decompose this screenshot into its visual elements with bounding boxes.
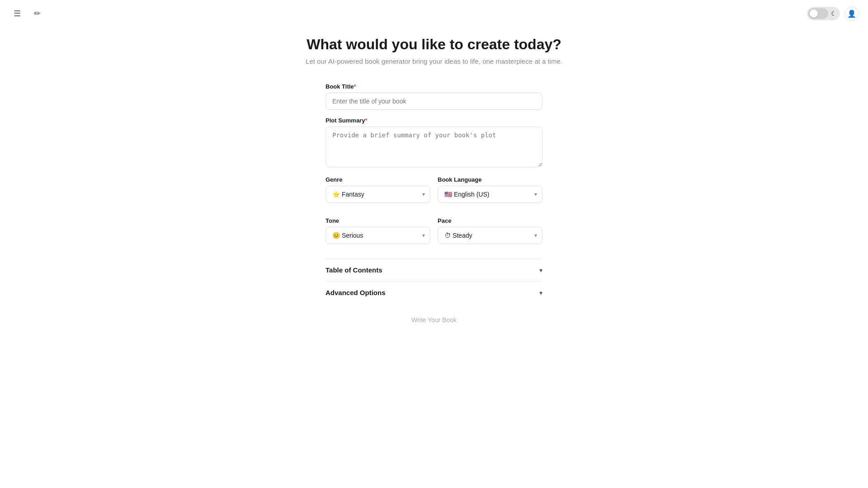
theme-toggle-container: ☾ bbox=[807, 7, 840, 20]
menu-icon: ☰ bbox=[14, 9, 21, 19]
required-marker-plot: * bbox=[365, 117, 367, 124]
advanced-options-section: Advanced Options ▾ bbox=[326, 281, 542, 304]
topbar: ☰ ✏ ☾ 👤 bbox=[0, 0, 868, 27]
advanced-options-chevron-icon: ▾ bbox=[539, 289, 542, 296]
book-language-label: Book Language bbox=[438, 176, 542, 183]
user-icon: 👤 bbox=[847, 9, 856, 18]
moon-icon[interactable]: ☾ bbox=[829, 9, 839, 18]
menu-button[interactable]: ☰ bbox=[9, 5, 25, 22]
topbar-right: ☾ 👤 bbox=[807, 6, 859, 21]
page-title: What would you like to create today? bbox=[306, 36, 562, 53]
form-container: Book Title* Plot Summary* Genre ⭐ Fantas… bbox=[326, 83, 542, 345]
book-title-label: Book Title* bbox=[326, 83, 542, 90]
table-of-contents-chevron-icon: ▾ bbox=[539, 267, 542, 274]
advanced-options-title: Advanced Options bbox=[326, 289, 386, 296]
pace-select-wrapper: ⏱ Steady ⚡ Fast 🐢 Slow bbox=[438, 227, 542, 244]
write-book-button[interactable]: Write Your Book bbox=[404, 313, 464, 327]
book-language-field: Book Language 🇺🇸 English (US) 🇬🇧 English… bbox=[438, 176, 542, 203]
plot-summary-label: Plot Summary* bbox=[326, 117, 542, 124]
genre-label: Genre bbox=[326, 176, 430, 183]
genre-select-wrapper: ⭐ Fantasy 🔮 Sci-Fi 🗡 Adventure 💕 Romance… bbox=[326, 186, 430, 203]
book-language-select-wrapper: 🇺🇸 English (US) 🇬🇧 English (UK) 🇪🇸 Spani… bbox=[438, 186, 542, 203]
book-title-field: Book Title* bbox=[326, 83, 542, 110]
write-btn-container: Write Your Book bbox=[326, 313, 542, 345]
required-marker: * bbox=[354, 83, 356, 90]
tone-field: Tone 😐 Serious 😊 Light-hearted 😄 Humorou… bbox=[326, 217, 430, 244]
book-language-select[interactable]: 🇺🇸 English (US) 🇬🇧 English (UK) 🇪🇸 Spani… bbox=[438, 186, 542, 203]
genre-language-row: Genre ⭐ Fantasy 🔮 Sci-Fi 🗡 Adventure 💕 R… bbox=[326, 176, 542, 210]
table-of-contents-header[interactable]: Table of Contents ▾ bbox=[326, 266, 542, 274]
tone-pace-row: Tone 😐 Serious 😊 Light-hearted 😄 Humorou… bbox=[326, 217, 542, 251]
plot-summary-field: Plot Summary* bbox=[326, 117, 542, 169]
user-menu-button[interactable]: 👤 bbox=[844, 6, 859, 21]
topbar-left: ☰ ✏ bbox=[9, 5, 45, 22]
book-title-input[interactable] bbox=[326, 93, 542, 110]
edit-icon: ✏ bbox=[34, 9, 41, 19]
theme-toggle-switch[interactable] bbox=[808, 8, 828, 19]
genre-field: Genre ⭐ Fantasy 🔮 Sci-Fi 🗡 Adventure 💕 R… bbox=[326, 176, 430, 203]
pace-select[interactable]: ⏱ Steady ⚡ Fast 🐢 Slow bbox=[438, 227, 542, 244]
advanced-options-header[interactable]: Advanced Options ▾ bbox=[326, 289, 542, 296]
genre-select[interactable]: ⭐ Fantasy 🔮 Sci-Fi 🗡 Adventure 💕 Romance… bbox=[326, 186, 430, 203]
main-content: What would you like to create today? Let… bbox=[0, 0, 868, 345]
page-subtitle: Let our AI-powered book generator bring … bbox=[306, 57, 562, 65]
plot-summary-input[interactable] bbox=[326, 127, 542, 167]
table-of-contents-title: Table of Contents bbox=[326, 266, 382, 274]
pace-field: Pace ⏱ Steady ⚡ Fast 🐢 Slow bbox=[438, 217, 542, 244]
tone-select[interactable]: 😐 Serious 😊 Light-hearted 😄 Humorous 😢 M… bbox=[326, 227, 430, 244]
page-header: What would you like to create today? Let… bbox=[306, 36, 562, 65]
tone-label: Tone bbox=[326, 217, 430, 224]
edit-button[interactable]: ✏ bbox=[29, 5, 45, 22]
tone-select-wrapper: 😐 Serious 😊 Light-hearted 😄 Humorous 😢 M… bbox=[326, 227, 430, 244]
table-of-contents-section: Table of Contents ▾ bbox=[326, 258, 542, 281]
pace-label: Pace bbox=[438, 217, 542, 224]
toggle-thumb bbox=[810, 9, 818, 18]
